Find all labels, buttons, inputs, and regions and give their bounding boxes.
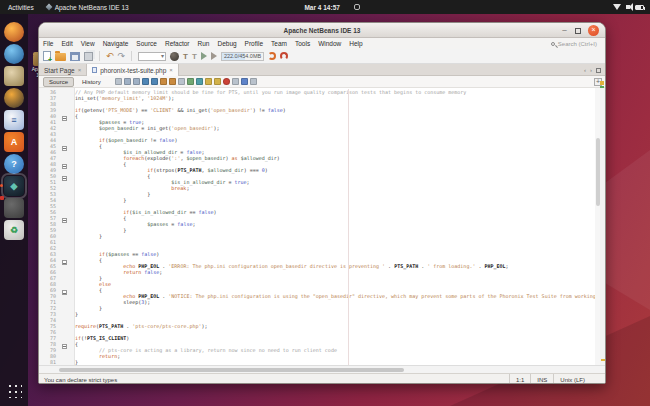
error-stripe[interactable] [600,88,605,365]
shift-left-icon[interactable] [205,78,212,85]
globe-icon[interactable] [170,52,179,61]
comment-icon[interactable] [187,78,194,85]
dock-item-files[interactable] [4,66,24,86]
stop-macro-icon[interactable] [232,78,239,85]
history-view-button[interactable]: History [77,78,106,86]
toggle-highlight-icon[interactable] [178,78,185,85]
menu-navigate[interactable]: Navigate [99,40,133,47]
php-file-icon [92,67,97,73]
show-applications-icon[interactable] [6,382,22,398]
dock-item-trash[interactable]: ♻ [4,220,24,240]
dock-item-netbeans[interactable]: ◆ [4,176,24,196]
dock-item-rhythmbox[interactable] [4,88,24,108]
next-occurrence-icon[interactable] [169,78,176,85]
dock: ≡A?◆♻ [0,14,28,406]
source-view-button[interactable]: Source [43,77,74,87]
menu-profile[interactable]: Profile [241,40,267,47]
desktop: Apache- 13.d Apache NetBeans IDE 13 – × … [0,0,650,406]
editor-tab-bar: Start Page×phoronix-test-suite.php× ‹ › [39,64,605,76]
netbeans-icon [45,4,52,11]
tab-close-icon[interactable]: × [78,67,82,73]
undo-icon[interactable]: ↶ [106,52,114,61]
memory-usage-button[interactable]: 222.0/454.0MB [221,52,264,61]
save-all-icon[interactable] [70,52,80,61]
tab-scroll-left-icon[interactable]: ‹ [584,67,586,73]
copy-icon[interactable] [84,52,93,61]
debug-project-icon[interactable] [211,52,217,60]
toggle-bookmark-icon[interactable] [241,78,248,85]
menu-tools[interactable]: Tools [291,40,314,47]
menu-debug[interactable]: Debug [213,40,240,47]
notification-icon [354,4,360,10]
redo-icon[interactable]: ↷ [118,52,126,61]
maximize-editor-icon[interactable] [596,68,601,73]
uncomment-icon[interactable] [196,78,203,85]
profile-icon[interactable] [268,52,276,60]
dock-item-help[interactable]: ? [4,154,24,174]
code-lines[interactable]: // Any PHP default memory limit should b… [75,89,595,365]
editor-toolbar: Source History + [39,76,605,88]
run-project-icon[interactable] [201,52,207,60]
horizontal-scrollbar-thumb[interactable] [59,368,404,372]
find-occurrences-icon[interactable] [151,78,158,85]
dock-item-thunderbird[interactable] [4,44,24,64]
menu-source[interactable]: Source [132,40,161,47]
quick-search[interactable]: Search (Ctrl+I) [551,38,597,49]
menu-view[interactable]: View [77,40,99,47]
code-line[interactable]: echo PHP_EOL . 'NOTICE: The php.ini conf… [75,293,595,299]
dock-item-unknown-app[interactable] [4,198,24,218]
menu-help[interactable]: Help [345,40,366,47]
back-icon[interactable] [124,78,131,85]
warning-mark[interactable] [601,359,605,361]
menu-refactor[interactable]: Refactor [161,40,194,47]
menu-window[interactable]: Window [314,40,345,47]
dock-item-firefox[interactable] [4,22,24,42]
menu-run[interactable]: Run [194,40,214,47]
minimize-button[interactable]: – [561,27,568,34]
gc-icon[interactable] [280,52,288,60]
title-bar[interactable]: Apache NetBeans IDE 13 – × [39,23,605,38]
configuration-combobox[interactable] [138,52,166,61]
notification-badge [0,196,4,200]
focused-app-name: Apache NetBeans IDE 13 [55,4,129,11]
new-file-icon[interactable] [43,51,51,61]
window-title: Apache NetBeans IDE 13 [39,27,605,34]
search-hint: Search (Ctrl+I) [558,41,597,47]
warning-indicator[interactable] [600,81,604,85]
tab-phoronix-test-suite-php[interactable]: phoronix-test-suite.php× [87,64,179,76]
start-macro-icon[interactable] [223,78,230,85]
clock[interactable]: Mar 4 14:57 [304,4,339,11]
open-project-icon[interactable] [55,53,66,61]
build-project-icon[interactable]: T [183,52,188,61]
libreoffice-writer-glyph: ≡ [11,115,16,125]
dock-item-ubuntu-software[interactable]: A [4,132,24,152]
tab-scroll-right-icon[interactable]: › [590,67,592,73]
system-tray[interactable] [613,0,644,14]
tab-label: phoronix-test-suite.php [100,67,166,74]
find-selection-icon[interactable] [142,78,149,85]
menu-edit[interactable]: Edit [57,40,76,47]
menu-file[interactable]: File [39,40,57,47]
dock-item-libreoffice-writer[interactable]: ≡ [4,110,24,130]
activities-button[interactable]: Activities [8,4,34,11]
code-editor[interactable]: 3637383940414243444546474849505152535455… [39,88,605,365]
forward-icon[interactable] [133,78,140,85]
editor-gutter[interactable]: 3637383940414243444546474849505152535455… [39,88,75,365]
toolbar-separator [99,51,100,61]
network-icon [613,4,621,10]
vertical-scrollbar-thumb[interactable] [596,138,600,206]
tab-start-page[interactable]: Start Page× [39,64,87,76]
last-edit-icon[interactable] [115,78,122,85]
help-glyph: ? [11,159,17,169]
tab-close-icon[interactable]: × [169,67,173,73]
close-button[interactable]: × [588,25,599,36]
horizontal-scrollbar[interactable] [39,365,605,373]
shift-right-icon[interactable] [214,78,221,85]
clean-build-icon[interactable]: T [192,52,197,61]
next-bookmark-icon[interactable] [250,78,257,85]
previous-occurrence-icon[interactable] [160,78,167,85]
menu-team[interactable]: Team [267,40,291,47]
focused-app-menu[interactable]: Apache NetBeans IDE 13 [46,4,129,11]
maximize-button[interactable] [575,28,581,34]
main-toolbar: ↶ ↷ T T 222.0/454.0MB [39,49,605,64]
